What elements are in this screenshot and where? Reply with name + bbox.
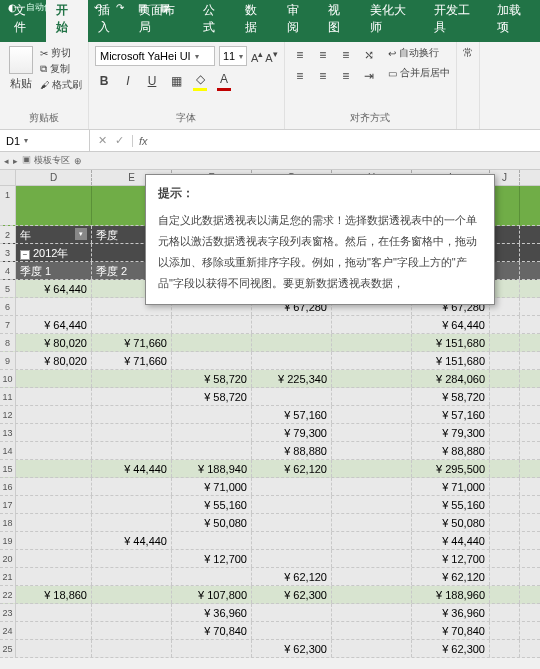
cell[interactable]: ¥ 151,680	[412, 352, 490, 369]
cell[interactable]	[332, 460, 412, 477]
cell[interactable]	[92, 316, 172, 333]
increase-font-icon[interactable]: A▴	[251, 48, 263, 64]
cell[interactable]: ¥ 50,080	[172, 514, 252, 531]
cell[interactable]	[332, 370, 412, 387]
cell[interactable]	[16, 622, 92, 639]
cell[interactable]	[16, 478, 92, 495]
tab-数据[interactable]: 数据	[235, 0, 277, 42]
align-left-icon[interactable]: ≡	[291, 67, 309, 85]
format-painter-button[interactable]: 格式刷	[40, 78, 82, 92]
cell[interactable]	[332, 640, 412, 657]
cell[interactable]	[332, 442, 412, 459]
cell[interactable]: ¥ 88,880	[412, 442, 490, 459]
cell[interactable]	[92, 586, 172, 603]
cell[interactable]	[252, 604, 332, 621]
cell[interactable]	[16, 388, 92, 405]
select-all-corner[interactable]	[0, 170, 16, 185]
cell[interactable]	[92, 550, 172, 567]
cell[interactable]	[172, 352, 252, 369]
cell[interactable]	[92, 406, 172, 423]
collapse-icon[interactable]: −	[20, 250, 30, 260]
paste-button[interactable]: 粘贴	[6, 46, 36, 92]
cell[interactable]	[16, 604, 92, 621]
border-button[interactable]: ▦	[167, 72, 185, 90]
row-header[interactable]: 18	[0, 514, 16, 531]
cell[interactable]	[252, 532, 332, 549]
cell[interactable]	[332, 406, 412, 423]
cell[interactable]: ¥ 62,120	[252, 460, 332, 477]
cell[interactable]	[92, 388, 172, 405]
underline-button[interactable]: U	[143, 72, 161, 90]
cell[interactable]	[490, 352, 520, 369]
cell[interactable]: ¥ 71,660	[92, 334, 172, 351]
cell[interactable]: ¥ 44,440	[92, 460, 172, 477]
cell[interactable]: ¥ 70,840	[412, 622, 490, 639]
cell[interactable]	[332, 334, 412, 351]
cell[interactable]	[252, 496, 332, 513]
cell[interactable]: ¥ 151,680	[412, 334, 490, 351]
cell[interactable]	[490, 442, 520, 459]
col-header[interactable]: D	[16, 170, 92, 185]
cell[interactable]	[332, 424, 412, 441]
cell[interactable]	[92, 424, 172, 441]
cell[interactable]	[490, 460, 520, 477]
cell[interactable]	[92, 442, 172, 459]
cell[interactable]	[16, 496, 92, 513]
cell[interactable]: ¥ 12,700	[172, 550, 252, 567]
cell[interactable]: ¥ 64,440	[412, 316, 490, 333]
cell[interactable]: ¥ 57,160	[252, 406, 332, 423]
row-header[interactable]: 20	[0, 550, 16, 567]
row-header[interactable]: 17	[0, 496, 16, 513]
cell[interactable]	[172, 568, 252, 585]
cell[interactable]: ¥ 64,440	[16, 280, 92, 297]
tab-美化大师[interactable]: 美化大师	[360, 0, 424, 42]
cell[interactable]	[490, 424, 520, 441]
cell[interactable]: ¥ 18,860	[16, 586, 92, 603]
cell[interactable]	[332, 352, 412, 369]
nav-icon[interactable]: ◂	[4, 156, 9, 166]
row-header[interactable]: 2	[0, 226, 16, 243]
orientation-icon[interactable]: ⤭	[360, 46, 378, 64]
cell[interactable]: ¥ 57,160	[412, 406, 490, 423]
cell[interactable]: ¥ 188,940	[172, 460, 252, 477]
cell[interactable]: ¥ 50,080	[412, 514, 490, 531]
row-header[interactable]: 14	[0, 442, 16, 459]
cell[interactable]	[16, 186, 92, 225]
cell[interactable]	[490, 586, 520, 603]
cell[interactable]: ¥ 36,960	[412, 604, 490, 621]
cell[interactable]	[16, 298, 92, 315]
row-header[interactable]: 15	[0, 460, 16, 477]
cell[interactable]: ¥ 80,020	[16, 334, 92, 351]
bold-button[interactable]: B	[95, 72, 113, 90]
cell[interactable]: ¥ 284,060	[412, 370, 490, 387]
cell[interactable]: ¥ 44,440	[92, 532, 172, 549]
cell[interactable]: ¥ 55,160	[412, 496, 490, 513]
cell[interactable]	[16, 370, 92, 387]
cell[interactable]	[172, 442, 252, 459]
tab-加载项[interactable]: 加载项	[487, 0, 540, 42]
cell[interactable]	[172, 532, 252, 549]
cell[interactable]	[490, 550, 520, 567]
cell[interactable]	[252, 316, 332, 333]
cell[interactable]	[252, 388, 332, 405]
cell[interactable]: ¥ 12,700	[412, 550, 490, 567]
italic-button[interactable]: I	[119, 72, 137, 90]
cell[interactable]	[92, 622, 172, 639]
cell[interactable]	[16, 460, 92, 477]
cell[interactable]	[490, 478, 520, 495]
row-header[interactable]: 10	[0, 370, 16, 387]
cell[interactable]	[332, 316, 412, 333]
cell[interactable]: ¥ 62,120	[252, 568, 332, 585]
cell[interactable]	[92, 478, 172, 495]
tab-页面布局[interactable]: 页面布局	[129, 0, 193, 42]
cell[interactable]	[332, 550, 412, 567]
font-name-combo[interactable]: Microsoft YaHei UI	[95, 46, 215, 66]
wrap-text-button[interactable]: ↩自动换行	[388, 46, 450, 60]
cell[interactable]	[92, 604, 172, 621]
fill-color-button[interactable]: ◇	[191, 72, 209, 90]
merge-center-button[interactable]: ▭合并后居中	[388, 66, 450, 80]
cell[interactable]	[92, 514, 172, 531]
cell[interactable]	[16, 514, 92, 531]
cell[interactable]	[490, 370, 520, 387]
number-format[interactable]: 常	[463, 46, 473, 60]
